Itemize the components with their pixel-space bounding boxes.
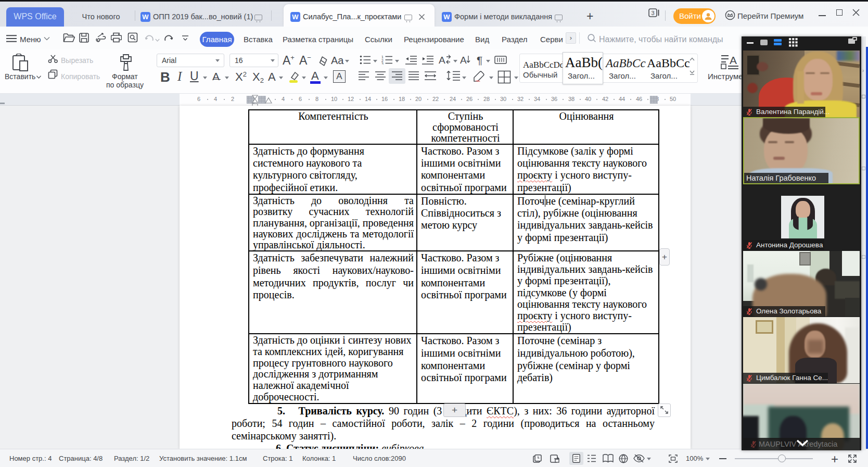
- svg-text:A: A: [730, 55, 737, 66]
- svg-text:3: 3: [381, 62, 384, 65]
- svg-text:A: A: [439, 55, 445, 66]
- svg-text:3: 3: [651, 10, 654, 16]
- svg-text:A: A: [460, 55, 467, 66]
